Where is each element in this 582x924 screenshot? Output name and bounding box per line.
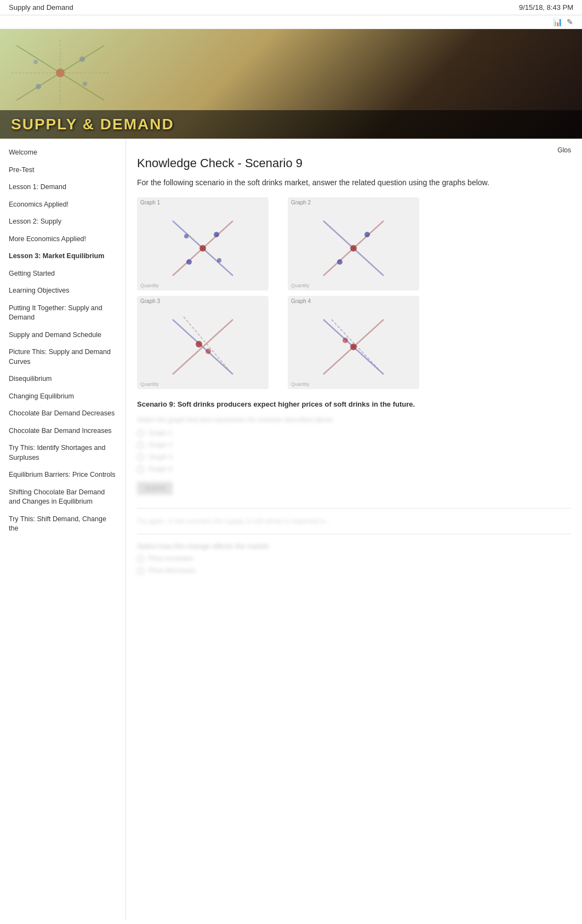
svg-point-19: [337, 259, 343, 265]
radio-option-1[interactable]: Graph 1: [137, 429, 571, 437]
question-section: Select the graph that best represents th…: [137, 416, 571, 574]
sidebar-item-try-shift[interactable]: Try This: Shift Demand, Change the: [9, 511, 117, 538]
sidebar-item-getting-started[interactable]: Getting Started: [9, 265, 117, 283]
content-header: Glos: [137, 146, 571, 154]
page-title: Knowledge Check - Scenario 9: [137, 156, 571, 170]
svg-line-23: [184, 317, 230, 372]
radio-option-2[interactable]: Graph 2: [137, 441, 571, 449]
graph-3-visual: [167, 314, 238, 380]
radio-label-4: Graph 4: [149, 465, 172, 473]
graph-1-label: Graph 1: [140, 199, 160, 206]
sidebar-item-equilibrium-barriers[interactable]: Equilibrium Barriers: Price Controls: [9, 466, 117, 484]
datetime: 9/15/18, 8:43 PM: [519, 3, 573, 12]
graph-1-visual: [167, 215, 238, 281]
graph-3: Graph 3 Quantity: [137, 296, 269, 389]
graph-4-label: Graph 4: [291, 298, 311, 304]
toolbar-icons: 📊 ✎: [0, 15, 582, 29]
sidebar-item-learning-obj[interactable]: Learning Objectives: [9, 282, 117, 300]
submit-button[interactable]: Submit: [137, 482, 173, 495]
radio-options-2: Price increases Price decreases: [137, 555, 571, 574]
radio-label-2-1: Price increases: [149, 555, 193, 562]
graph-2-label: Graph 2: [291, 199, 311, 206]
banner: SUPPLY & DEMAND: [0, 29, 582, 139]
radio-option-3[interactable]: Graph 3: [137, 453, 571, 461]
svg-point-18: [350, 245, 357, 252]
radio-input-2-2[interactable]: [137, 567, 144, 574]
scenario-box: Scenario 9: Soft drinks producers expect…: [137, 400, 571, 408]
sidebar-item-econ-applied[interactable]: Economics Applied!: [9, 196, 117, 214]
sidebar-item-choc-decrease[interactable]: Chocolate Bar Demand Decreases: [9, 405, 117, 423]
sidebar-item-choc-increase[interactable]: Chocolate Bar Demand Increases: [9, 423, 117, 440]
scenario-text: Scenario 9: Soft drinks producers expect…: [137, 400, 571, 408]
svg-point-4: [56, 69, 65, 77]
sidebar: WelcomePre-TestLesson 1: DemandEconomics…: [0, 139, 126, 920]
app-title: Supply and Demand: [9, 3, 73, 12]
radio-input-2[interactable]: [137, 442, 144, 449]
radio-input-1[interactable]: [137, 430, 144, 437]
top-bar: Supply and Demand 9/15/18, 8:43 PM: [0, 0, 582, 15]
svg-point-7: [33, 60, 38, 64]
sidebar-item-welcome[interactable]: Welcome: [9, 144, 117, 162]
radio-label-2-2: Price decreases: [149, 567, 196, 574]
sidebar-item-shifting-choc[interactable]: Shifting Chocolate Bar Demand and Change…: [9, 484, 117, 511]
sidebar-item-disequilibrium[interactable]: Disequilibrium: [9, 370, 117, 388]
graphs-grid: Graph 1 Quantity Graph 2: [137, 197, 433, 389]
sidebar-item-identify-shortages[interactable]: Try This: Identify Shortages and Surplus…: [9, 440, 117, 466]
banner-overlay: SUPPLY & DEMAND: [0, 110, 582, 139]
graph-1: Graph 1 Quantity: [137, 197, 269, 290]
svg-point-13: [214, 232, 219, 237]
sidebar-item-lesson3[interactable]: Lesson 3: Market Equilibrium: [9, 248, 117, 265]
svg-point-5: [36, 84, 41, 89]
svg-point-6: [79, 56, 85, 62]
chart-icon[interactable]: 📊: [553, 18, 562, 26]
question-label: Select the graph that best represents th…: [137, 416, 571, 424]
svg-point-20: [364, 232, 370, 237]
page-description: For the following scenario in the soft d…: [137, 177, 571, 189]
main-layout: WelcomePre-TestLesson 1: DemandEconomics…: [0, 139, 582, 920]
graph-4-bottom: Quantity: [291, 381, 310, 387]
graph-1-bottom: Quantity: [140, 283, 159, 288]
divider: [137, 508, 571, 509]
graph-4: Graph 4 Quantity: [288, 296, 419, 389]
graph-2-visual: [318, 215, 389, 281]
sidebar-item-putting-together[interactable]: Putting It Together: Supply and Demand: [9, 300, 117, 327]
svg-point-11: [199, 245, 206, 252]
svg-point-29: [350, 344, 357, 350]
svg-point-30: [343, 338, 348, 343]
svg-point-14: [184, 234, 189, 238]
radio-option-2-1[interactable]: Price increases: [137, 555, 571, 562]
radio-label-1: Graph 1: [149, 429, 172, 437]
banner-text: SUPPLY & DEMAND: [11, 116, 174, 133]
svg-point-12: [186, 259, 192, 265]
radio-input-3[interactable]: [137, 454, 144, 461]
sidebar-item-picture-this[interactable]: Picture This: Supply and Demand Curves: [9, 344, 117, 370]
sidebar-item-more-econ[interactable]: More Economics Applied!: [9, 231, 117, 248]
section2-heading: Select how this change affects the marke…: [137, 542, 571, 550]
svg-point-8: [83, 82, 87, 86]
edit-icon[interactable]: ✎: [567, 18, 573, 26]
graph-3-label: Graph 3: [140, 298, 160, 304]
radio-label-3: Graph 3: [149, 453, 172, 461]
glossary-button[interactable]: Glos: [557, 146, 571, 154]
sidebar-item-changing-equilibrium[interactable]: Changing Equilibrium: [9, 388, 117, 406]
graph-4-visual: [318, 314, 389, 380]
sidebar-item-supply-demand-schedule[interactable]: Supply and Demand Schedule: [9, 327, 117, 344]
radio-input-4[interactable]: [137, 466, 144, 473]
sidebar-item-lesson1[interactable]: Lesson 1: Demand: [9, 179, 117, 196]
svg-point-25: [206, 349, 211, 354]
radio-input-2-1[interactable]: [137, 555, 144, 562]
feedback-text: Try again. In this scenario the supply o…: [137, 516, 571, 526]
svg-point-15: [217, 258, 221, 263]
sidebar-item-pre-test[interactable]: Pre-Test: [9, 162, 117, 179]
content-area: Glos Knowledge Check - Scenario 9 For th…: [126, 139, 582, 920]
divider-2: [137, 534, 571, 534]
radio-label-2: Graph 2: [149, 441, 172, 449]
graph-2: Graph 2 Quantity: [288, 197, 419, 290]
graph-3-bottom: Quantity: [140, 381, 159, 387]
sidebar-item-lesson2[interactable]: Lesson 2: Supply: [9, 213, 117, 231]
radio-option-2-2[interactable]: Price decreases: [137, 567, 571, 574]
radio-options: Graph 1 Graph 2 Graph 3 Graph 4: [137, 429, 571, 473]
graph-2-bottom: Quantity: [291, 283, 310, 288]
svg-point-24: [196, 341, 202, 347]
radio-option-4[interactable]: Graph 4: [137, 465, 571, 473]
